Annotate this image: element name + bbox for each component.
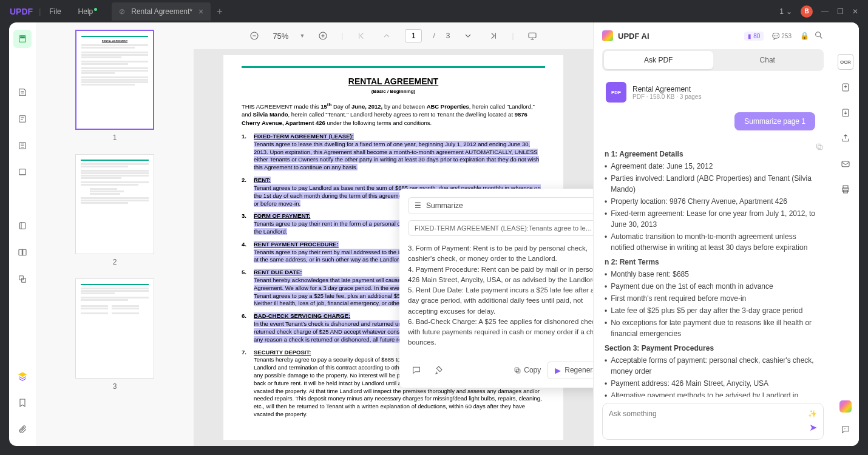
ai-panel: UPDF AI ▮80 💬253 🔒 Ask PDF Chat PDF Rent… — [593, 22, 832, 446]
zoom-out-button[interactable] — [247, 29, 262, 43]
tab-close-icon[interactable]: × — [198, 7, 203, 16]
play-icon: ▶ — [555, 366, 561, 375]
file-chip[interactable]: PDF Rental Agreement PDF · 158.0 KB · 3 … — [602, 78, 824, 106]
svg-rect-1 — [21, 37, 25, 38]
sparkle-icon[interactable]: ✨ — [808, 410, 817, 418]
rail-thumbnails-button[interactable] — [13, 30, 32, 48]
page-input[interactable] — [405, 29, 422, 42]
right-rail: OCR — [832, 22, 859, 446]
tab-ask-pdf[interactable]: Ask PDF — [604, 51, 713, 69]
search-icon[interactable] — [814, 30, 824, 42]
section-bullet: Alternative payment methods to be advise… — [605, 390, 821, 397]
first-page-button[interactable] — [354, 29, 368, 43]
rail-organize-button[interactable] — [13, 163, 32, 181]
add-tab-button[interactable]: + — [211, 6, 228, 17]
lock-icon[interactable]: 🔒 — [800, 32, 809, 40]
rr-ocr-icon[interactable]: OCR — [838, 54, 853, 70]
section-bullet: Property location: 9876 Cherry Avenue, A… — [605, 196, 821, 207]
popup-chat-icon[interactable] — [408, 362, 425, 379]
zoom-in-button[interactable] — [316, 29, 330, 43]
tab-chat[interactable]: Chat — [713, 51, 822, 69]
section-heading: Section 3: Payment Procedures — [605, 343, 821, 354]
pdf-page[interactable]: RENTAL AGREEMENT (Basic / Beginning) THI… — [223, 55, 563, 440]
rr-print-icon[interactable] — [838, 181, 853, 197]
close-icon[interactable]: ✕ — [852, 7, 858, 16]
rr-ai-icon[interactable] — [838, 399, 853, 414]
section-bullet: Monthly base rent: $685 — [605, 269, 821, 280]
zoom-value: 75% — [273, 32, 288, 41]
rail-tool-1[interactable] — [13, 217, 32, 235]
prev-page-button[interactable] — [379, 29, 394, 43]
document-toolbar: 75% ▼ | / 3 | — [194, 22, 593, 49]
doc-subtitle: (Basic / Beginning) — [242, 89, 545, 94]
rail-attachment-icon[interactable] — [13, 420, 32, 439]
rail-bookmark-icon[interactable] — [13, 394, 32, 412]
popup-regenerate-button[interactable]: ▶Regenerate — [547, 362, 593, 379]
rr-mail-icon[interactable] — [838, 156, 853, 172]
presentation-button[interactable] — [525, 29, 540, 43]
page-separator: / — [433, 32, 435, 40]
maximize-icon[interactable]: ❐ — [837, 7, 844, 16]
file-name: Rental Agreement — [632, 85, 701, 93]
document-tab[interactable]: ⊘ Rental Agreement* × — [112, 2, 211, 21]
rr-export-icon[interactable] — [838, 79, 853, 95]
next-page-button[interactable] — [461, 29, 475, 43]
ai-panel-title: UPDF AI — [618, 32, 739, 41]
rail-edit-button[interactable] — [13, 136, 32, 155]
popup-mode-select[interactable]: ☰ Summarize ▼ — [408, 197, 593, 214]
zoom-dropdown-icon[interactable]: ▼ — [299, 33, 305, 39]
svg-rect-13 — [517, 369, 521, 373]
popup-copy-button[interactable]: Copy — [514, 366, 541, 374]
section-bullet: Payment due on the 1st of each month in … — [605, 281, 821, 292]
thumbnail-page-2[interactable] — [75, 154, 154, 254]
thumb-2-label: 2 — [43, 258, 186, 266]
svg-rect-17 — [816, 144, 821, 148]
section-bullet: Late fee of $25 plus $5 per day after th… — [605, 305, 821, 316]
thumbnail-page-3[interactable] — [75, 278, 154, 379]
popup-context-select[interactable]: FIXED-TERM AGREEMENT (LEASE):Tenants agr… — [408, 220, 593, 236]
doc-intro: THIS AGREEMENT made this 15th Day of Jun… — [242, 101, 545, 127]
summarize-page-button[interactable]: Summarize page 1 — [734, 112, 815, 130]
popup-body: 3. Form of Payment: Rent is to be paid b… — [408, 243, 593, 348]
section-bullet: Payment address: 426 Main Street, Anycit… — [605, 378, 821, 389]
credit-badge-2[interactable]: 💬253 — [768, 32, 795, 41]
left-rail — [9, 22, 36, 446]
send-icon[interactable]: ➤ — [809, 422, 817, 433]
svg-rect-16 — [818, 146, 822, 150]
section-bullet: Fixed-term agreement: Lease for one year… — [605, 208, 821, 230]
doc-title: RENTAL AGREEMENT — [242, 76, 545, 86]
section-bullet: Parties involved: Landlord (ABC Properti… — [605, 173, 821, 195]
section-bullet: Agreement date: June 15, 2012 — [605, 161, 821, 172]
rail-comment-button[interactable] — [13, 110, 32, 128]
svg-rect-5 — [19, 223, 25, 229]
window-count-dropdown[interactable]: 1⌄ — [779, 7, 792, 16]
svg-rect-12 — [529, 33, 536, 38]
ai-text-input[interactable] — [609, 410, 808, 418]
last-page-button[interactable] — [486, 29, 501, 43]
rail-reader-button[interactable] — [13, 83, 32, 101]
rr-convert-icon[interactable] — [838, 105, 853, 121]
menu-file[interactable]: File — [41, 7, 69, 16]
ai-popup: ☰ Summarize ▼ FIXED-TERM AGREEMENT (LEAS… — [399, 189, 593, 388]
user-avatar[interactable]: B — [801, 5, 813, 18]
thumb-1-label: 1 — [43, 133, 186, 142]
rr-share-icon[interactable] — [838, 130, 853, 146]
section-bullet: Acceptable forms of payment: personal ch… — [605, 355, 821, 377]
rr-feedback-icon[interactable] — [838, 422, 853, 437]
rail-layers-icon[interactable] — [13, 367, 32, 385]
svg-rect-20 — [842, 161, 849, 167]
ai-input-box[interactable]: ✨ ➤ — [602, 403, 824, 440]
popup-highlight-icon[interactable] — [431, 362, 448, 379]
doc-item: 1.FIXED-TERM AGREEMENT (LEASE): Tenants … — [242, 133, 545, 172]
thumbnail-page-1[interactable]: RENTAL AGREEMENT — [75, 30, 154, 130]
svg-rect-4 — [19, 169, 26, 175]
rail-tool-3[interactable] — [13, 270, 32, 288]
ai-tabs: Ask PDF Chat — [602, 49, 824, 71]
credit-badge-1[interactable]: ▮80 — [744, 32, 764, 41]
rail-tool-2[interactable] — [13, 243, 32, 261]
copy-response-icon[interactable] — [815, 143, 824, 154]
pdf-file-icon: PDF — [606, 82, 626, 103]
ai-response: n 1: Agreement DetailsAgreement date: Ju… — [594, 143, 832, 397]
minimize-icon[interactable]: — — [821, 7, 829, 16]
menu-help[interactable]: Help — [70, 7, 106, 16]
